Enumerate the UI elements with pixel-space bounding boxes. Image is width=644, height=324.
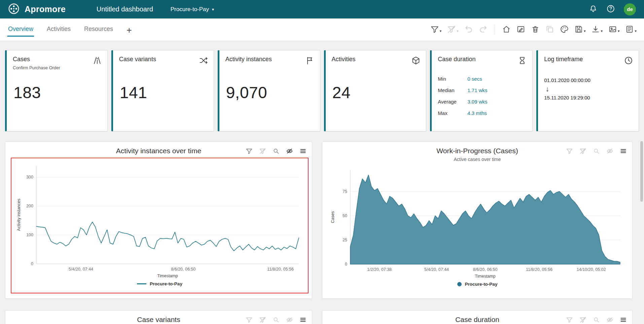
palette-button[interactable] — [560, 25, 569, 35]
download-button[interactable]: ▾ — [591, 25, 603, 35]
report-icon — [625, 25, 634, 35]
stat-card-log-timeframe[interactable]: Log timeframe 01.01.2020 00:00:00 ↓ 15.1… — [536, 50, 639, 131]
cases-count: 183 — [13, 83, 41, 102]
add-tab-button[interactable]: + — [126, 23, 133, 37]
stat-card-cases[interactable]: Cases Confirm Purchase Order 183 — [5, 50, 108, 131]
stat-card-case-variants[interactable]: Case variants 141 — [111, 50, 214, 131]
legend-line-marker — [137, 283, 146, 284]
chart-hide-series-button[interactable] — [286, 148, 293, 156]
stat-value[interactable]: 1.71 wks — [467, 87, 527, 93]
hamburger-menu-icon — [299, 316, 307, 324]
chart-legend[interactable]: Procure-to-Pay — [322, 282, 632, 287]
save-icon — [574, 25, 583, 35]
log-selector-dropdown[interactable]: Procure-to-Pay ▾ — [171, 6, 214, 13]
charts-row: Activity instances over time 01002003005… — [5, 141, 639, 299]
svg-text:1/2/20, 07:38: 1/2/20, 07:38 — [367, 267, 392, 272]
chart-filter-button — [566, 148, 573, 156]
scrollbar-thumb[interactable] — [640, 141, 643, 202]
undo-icon — [464, 25, 473, 35]
svg-text:200: 200 — [26, 204, 33, 208]
chart-filter-button — [566, 316, 573, 324]
delete-button[interactable] — [531, 25, 540, 35]
widget-selection-outline: 01002003005/4/20, 07:448/6/20, 06:5011/8… — [11, 158, 309, 293]
dashboard-title: Untitled dashboard — [97, 5, 153, 13]
home-button[interactable] — [502, 25, 511, 35]
chevron-down-icon: ▾ — [601, 29, 603, 33]
chevron-down-icon: ▾ — [618, 29, 620, 33]
save-button[interactable]: ▾ — [574, 25, 586, 35]
notifications-button[interactable] — [589, 4, 598, 14]
export-report-button[interactable]: ▾ — [625, 25, 637, 35]
undo-button — [464, 25, 473, 35]
chart-hide-series-button — [606, 148, 613, 156]
stat-value[interactable]: 4.3 mths — [467, 110, 527, 116]
activity-instances-chart[interactable]: 01002003005/4/20, 07:448/6/20, 06:5011/8… — [12, 162, 307, 280]
funnel-off-icon — [447, 25, 456, 35]
panel-case-duration[interactable]: Case duration — [322, 310, 633, 324]
stat-card-case-duration[interactable]: Case duration Min 0 secs Median 1.71 wks… — [430, 50, 533, 131]
apromore-logo-icon — [8, 3, 20, 16]
chart-menu-button[interactable] — [299, 316, 307, 324]
chevron-down-icon: ▾ — [212, 7, 214, 11]
svg-text:0: 0 — [31, 261, 33, 266]
svg-text:14/10/20, 05:02: 14/10/20, 05:02 — [576, 267, 606, 272]
rename-dashboard-button[interactable] — [516, 25, 525, 35]
chevron-down-icon: ▾ — [584, 29, 586, 33]
card-title: Log timeframe — [544, 56, 583, 63]
card-title: Cases — [13, 56, 60, 63]
svg-text:Timestamp: Timestamp — [157, 274, 178, 278]
chevron-down-icon: ▾ — [457, 29, 459, 33]
chart-clear-filter-button — [259, 148, 266, 156]
download-icon — [591, 25, 600, 35]
legend-label: Procure-to-Pay — [150, 281, 182, 286]
chart-clear-filter-button — [579, 148, 586, 156]
chart-clear-filter-button — [259, 316, 266, 324]
brand: Apromore — [8, 3, 66, 16]
stat-card-activities[interactable]: Activities 24 — [324, 50, 427, 131]
card-title: Activity instances — [225, 56, 272, 63]
chart-filter-button[interactable] — [246, 148, 253, 156]
legend-dot-marker — [457, 282, 462, 286]
palette-icon — [560, 25, 569, 35]
chart-legend[interactable]: Procure-to-Pay — [12, 281, 307, 286]
brand-name: Apromore — [25, 4, 66, 14]
tab-resources[interactable]: Resources — [83, 23, 114, 37]
funnel-icon — [566, 316, 573, 324]
tab-activities[interactable]: Activities — [46, 23, 71, 37]
panel-case-variants[interactable]: Case variants — [5, 310, 312, 324]
bell-icon — [589, 4, 598, 14]
eye-off-icon — [606, 316, 613, 324]
chart-menu-button[interactable] — [620, 148, 627, 156]
help-button[interactable] — [606, 4, 615, 14]
chart-menu-button[interactable] — [299, 148, 307, 156]
stat-value[interactable]: 0 secs — [467, 76, 527, 82]
svg-text:5/4/20, 07:44: 5/4/20, 07:44 — [69, 267, 93, 272]
panel-activity-instances-over-time[interactable]: Activity instances over time 01002003005… — [5, 141, 312, 299]
navbar-right: de — [589, 3, 636, 15]
toolbar-divider — [495, 25, 495, 34]
svg-text:Timestamp: Timestamp — [475, 274, 495, 279]
shuffle-icon — [199, 56, 208, 67]
activities-count: 24 — [332, 83, 351, 102]
eye-off-icon — [286, 316, 293, 324]
export-image-button[interactable]: ▾ — [608, 25, 620, 35]
cube-icon — [411, 56, 421, 67]
stat-card-activity-instances[interactable]: Activity instances 9,070 — [218, 50, 320, 131]
svg-text:8/6/20, 06:50: 8/6/20, 06:50 — [171, 267, 195, 272]
user-avatar[interactable]: de — [624, 3, 636, 15]
chart-zoom-button — [593, 148, 600, 156]
chart-zoom-button[interactable] — [273, 148, 280, 156]
tab-overview[interactable]: Overview — [7, 23, 34, 37]
chart-hide-series-button — [606, 316, 613, 324]
stat-value[interactable]: 3.09 wks — [467, 99, 527, 105]
filter-button[interactable]: ▾ — [430, 25, 442, 35]
panel-work-in-progress[interactable]: Work-in-Progress (Cases) Active cases ov… — [322, 141, 633, 299]
work-in-progress-chart[interactable]: 02550751/2/20, 07:385/4/20, 07:448/6/20,… — [322, 166, 632, 280]
case-variants-count: 141 — [120, 83, 147, 102]
svg-text:50: 50 — [343, 213, 347, 218]
svg-text:0: 0 — [345, 262, 347, 267]
chart-menu-button[interactable] — [620, 316, 627, 324]
funnel-icon — [246, 316, 253, 324]
svg-text:100: 100 — [26, 233, 33, 237]
home-icon — [502, 25, 511, 35]
